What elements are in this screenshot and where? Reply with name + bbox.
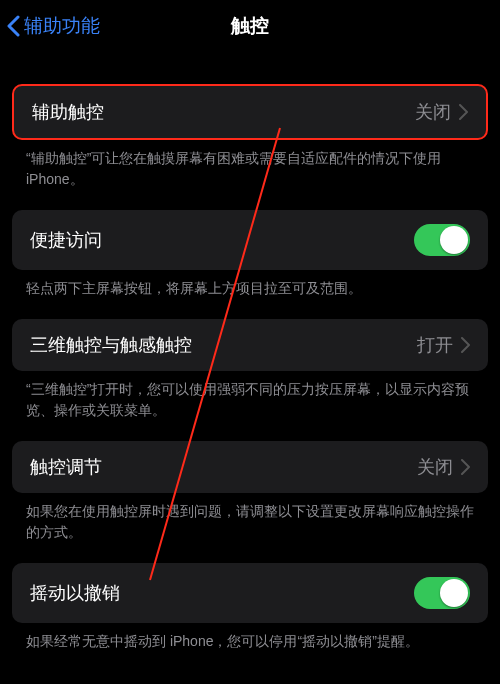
toggle-shake-undo[interactable]: [414, 577, 470, 609]
row-value: 关闭: [417, 455, 453, 479]
page-title: 触控: [231, 13, 269, 39]
3d-touch-footer: “三维触控”打开时，您可以使用强弱不同的压力按压屏幕，以显示内容预览、操作或关联…: [0, 371, 500, 441]
row-touch-accommodations[interactable]: 触控调节 关闭: [12, 441, 488, 493]
row-label: 便捷访问: [30, 228, 102, 252]
row-label: 辅助触控: [32, 100, 104, 124]
row-value: 打开: [417, 333, 453, 357]
assistive-touch-footer: “辅助触控”可让您在触摸屏幕有困难或需要自适应配件的情况下使用 iPhone。: [0, 140, 500, 210]
toggle-reachability[interactable]: [414, 224, 470, 256]
row-value: 关闭: [415, 100, 451, 124]
shake-undo-footer: 如果经常无意中摇动到 iPhone，您可以停用“摇动以撤销”提醒。: [0, 623, 500, 672]
row-label: 触控调节: [30, 455, 102, 479]
chevron-right-icon: [461, 337, 470, 353]
row-label: 摇动以撤销: [30, 581, 120, 605]
row-3d-touch[interactable]: 三维触控与触感触控 打开: [12, 319, 488, 371]
row-reachability[interactable]: 便捷访问: [12, 210, 488, 270]
touch-accom-footer: 如果您在使用触控屏时遇到问题，请调整以下设置更改屏幕响应触控操作的方式。: [0, 493, 500, 563]
back-label: 辅助功能: [24, 13, 100, 39]
row-assistive-touch[interactable]: 辅助触控 关闭: [12, 84, 488, 140]
back-button[interactable]: 辅助功能: [6, 13, 100, 39]
chevron-right-icon: [461, 459, 470, 475]
row-shake-undo[interactable]: 摇动以撤销: [12, 563, 488, 623]
chevron-left-icon: [6, 15, 20, 37]
row-label: 三维触控与触感触控: [30, 333, 192, 357]
reachability-footer: 轻点两下主屏幕按钮，将屏幕上方项目拉至可及范围。: [0, 270, 500, 319]
nav-bar: 辅助功能 触控: [0, 0, 500, 52]
chevron-right-icon: [459, 104, 468, 120]
